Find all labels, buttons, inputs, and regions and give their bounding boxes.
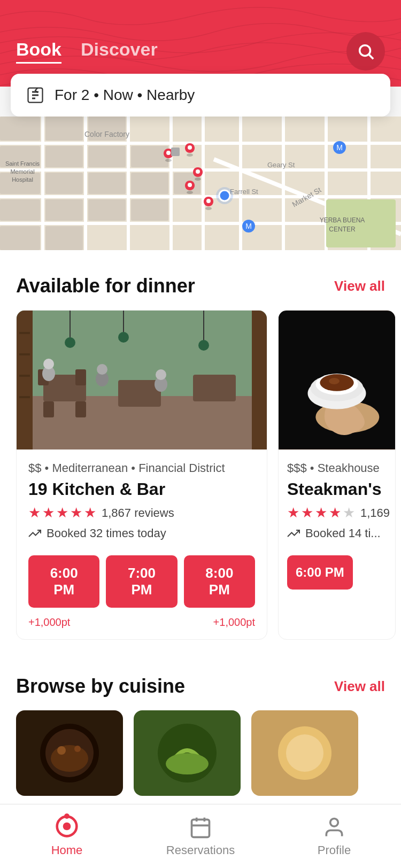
nav-reservations-label: Reservations: [166, 843, 235, 857]
svg-point-105: [166, 753, 209, 774]
star-2-2: ★: [301, 505, 313, 521]
dinner-view-all[interactable]: View all: [334, 278, 385, 294]
nav-home[interactable]: Home: [0, 816, 134, 857]
svg-rect-88: [19, 375, 30, 377]
svg-rect-69: [75, 401, 86, 417]
svg-text:Geary St: Geary St: [267, 161, 295, 169]
star-2-5: ★: [343, 505, 355, 521]
tab-book[interactable]: Book: [16, 39, 61, 64]
svg-rect-31: [45, 199, 83, 221]
calendar-icon: [189, 816, 212, 839]
search-bar-container: For 2 • Now • Nearby: [0, 74, 401, 117]
cuisine-view-all[interactable]: View all: [334, 678, 385, 695]
svg-rect-84: [17, 311, 33, 449]
nav-reservations[interactable]: Reservations: [134, 816, 267, 857]
svg-point-101: [57, 746, 66, 755]
svg-point-73: [65, 337, 75, 348]
search-bar[interactable]: For 2 • Now • Nearby: [11, 74, 390, 117]
star-3: ★: [56, 505, 68, 521]
search-icon: [357, 42, 375, 60]
svg-point-0: [360, 45, 371, 56]
svg-point-81: [97, 364, 107, 375]
star-2-4: ★: [329, 505, 341, 521]
nav-profile-label: Profile: [318, 843, 351, 857]
svg-line-1: [369, 55, 373, 59]
svg-text:Memorial: Memorial: [10, 168, 34, 175]
header-top: Book Discover: [16, 32, 385, 71]
stars-1: ★ ★ ★ ★ ★: [28, 505, 96, 521]
points-800: +1,000pt: [213, 616, 255, 629]
svg-point-57: [219, 190, 230, 201]
dinner-section-header: Available for dinner View all: [0, 255, 401, 310]
time-btn-600-2[interactable]: 6:00 PM: [287, 555, 353, 590]
restaurant-card-1[interactable]: $$ • Mediterranean • Financial District …: [16, 310, 267, 640]
card-meta-2: $$$ • Steakhouse: [287, 461, 387, 475]
stars-2: ★ ★ ★ ★ ★: [287, 505, 355, 521]
cuisine-card-2[interactable]: [134, 710, 241, 796]
svg-text:Farrell St: Farrell St: [230, 188, 258, 196]
svg-point-79: [43, 359, 54, 369]
svg-text:Saint Francis: Saint Francis: [5, 160, 40, 167]
cuisine-scroll: [0, 710, 401, 812]
restaurant-card-2[interactable]: $$$ • Steakhouse Steakman's ★ ★ ★ ★ ★ 1,…: [278, 310, 396, 640]
cuisine-card-3[interactable]: [251, 710, 358, 796]
svg-text:M: M: [245, 222, 252, 230]
svg-text:CENTER: CENTER: [329, 226, 356, 233]
card-name-1: 19 Kitchen & Bar: [28, 479, 255, 499]
star-1: ★: [28, 505, 41, 521]
svg-point-108: [286, 734, 323, 772]
home-icon-container: [55, 815, 79, 840]
svg-rect-18: [0, 117, 40, 141]
svg-point-47: [166, 151, 171, 155]
svg-text:YERBA BUENA: YERBA BUENA: [320, 216, 365, 224]
cuisine-section-header: Browse by cuisine View all: [0, 656, 401, 710]
nav-home-label: Home: [51, 843, 83, 857]
time-btn-800-1[interactable]: 8:00 PM: [184, 555, 255, 608]
svg-rect-27: [88, 173, 126, 194]
map[interactable]: Color Factory Geary St Farrell St Market…: [0, 117, 401, 250]
nav-profile[interactable]: Profile: [267, 816, 401, 857]
card-info-2: $$$ • Steakhouse Steakman's ★ ★ ★ ★ ★ 1,…: [279, 449, 395, 555]
svg-point-110: [63, 822, 71, 830]
svg-rect-30: [0, 199, 40, 221]
svg-point-115: [330, 818, 338, 826]
booked-text-2: Booked 14 ti...: [305, 526, 381, 540]
svg-rect-67: [75, 369, 86, 385]
svg-text:Color Factory: Color Factory: [84, 130, 129, 138]
svg-point-53: [188, 183, 192, 187]
review-count-2: 1,169: [360, 506, 390, 520]
svg-point-55: [206, 199, 211, 203]
map-svg: Color Factory Geary St Farrell St Market…: [0, 117, 401, 250]
profile-icon-wrap: [322, 816, 346, 839]
svg-rect-62: [171, 148, 180, 156]
time-btn-700-1[interactable]: 7:00 PM: [106, 555, 177, 608]
svg-rect-28: [131, 173, 168, 194]
svg-point-100: [51, 745, 88, 772]
star-2-3: ★: [315, 505, 327, 521]
time-btn-600-1[interactable]: 6:00 PM: [28, 555, 99, 608]
tab-discover[interactable]: Discover: [81, 39, 158, 64]
svg-point-96: [329, 378, 340, 384]
svg-rect-68: [43, 401, 54, 417]
booked-info-1: Booked 32 times today: [28, 526, 255, 540]
restaurant-image-2: [279, 311, 395, 449]
svg-rect-70: [118, 380, 161, 407]
svg-rect-33: [131, 199, 168, 221]
cuisine-title: Browse by cuisine: [16, 675, 185, 698]
star-5: ★: [84, 505, 96, 521]
svg-point-75: [118, 332, 129, 343]
star-4: ★: [70, 505, 82, 521]
restaurant-image-1: [17, 311, 267, 449]
edit-icon: [26, 86, 45, 105]
search-button[interactable]: [346, 32, 385, 71]
svg-rect-19: [45, 117, 83, 141]
svg-point-48: [187, 153, 193, 157]
dinner-title: Available for dinner: [16, 275, 195, 297]
svg-rect-26: [45, 173, 83, 194]
svg-point-46: [165, 159, 172, 162]
home-icon-wrap: [55, 816, 79, 839]
cuisine-card-1[interactable]: [16, 710, 123, 796]
svg-rect-85: [252, 311, 267, 449]
svg-text:M: M: [336, 143, 343, 152]
svg-rect-24: [131, 146, 168, 167]
